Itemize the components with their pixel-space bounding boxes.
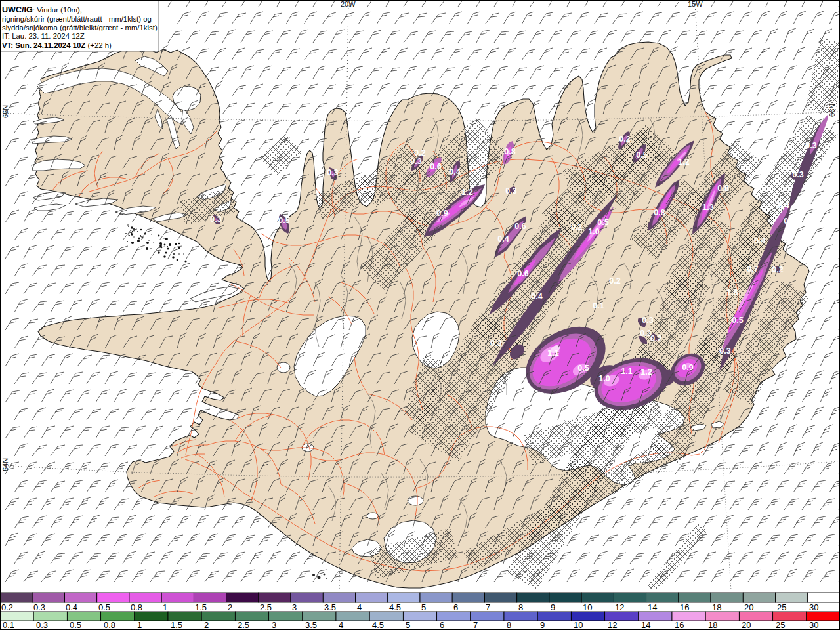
svg-text:3.5: 3.5 xyxy=(305,620,317,630)
svg-text:1.5: 1.5 xyxy=(171,620,182,630)
svg-text:1.2: 1.2 xyxy=(461,188,472,197)
svg-text:0.3: 0.3 xyxy=(505,186,516,196)
svg-text:6: 6 xyxy=(440,620,444,630)
svg-text:1.1: 1.1 xyxy=(547,348,558,358)
svg-text:0.1: 0.1 xyxy=(3,620,14,630)
svg-text:25: 25 xyxy=(776,620,785,630)
svg-text:5: 5 xyxy=(406,620,410,630)
svg-text:14: 14 xyxy=(648,602,657,612)
svg-text:0.8: 0.8 xyxy=(131,602,142,612)
svg-text:20: 20 xyxy=(742,620,751,630)
svg-text:18: 18 xyxy=(708,620,717,630)
svg-text:1.2: 1.2 xyxy=(640,368,652,377)
svg-text:0.4: 0.4 xyxy=(449,167,460,177)
svg-text:0.9: 0.9 xyxy=(436,209,448,218)
svg-text:0.5: 0.5 xyxy=(636,150,647,159)
svg-text:0.2: 0.2 xyxy=(609,276,620,285)
svg-text:1.3: 1.3 xyxy=(702,203,713,212)
svg-text:16: 16 xyxy=(675,620,684,630)
svg-text:12: 12 xyxy=(615,602,624,612)
svg-text:0.3: 0.3 xyxy=(719,346,730,356)
svg-text:2.5: 2.5 xyxy=(238,620,249,630)
svg-text:0.4: 0.4 xyxy=(778,201,789,210)
svg-text:0.8: 0.8 xyxy=(504,147,515,156)
svg-text:1.6: 1.6 xyxy=(726,288,738,297)
svg-text:rigning/skúrir (grænt/blátt/ra: rigning/skúrir (grænt/blátt/rautt - mm/1… xyxy=(2,15,152,23)
svg-text:66N: 66N xyxy=(1,105,9,118)
svg-text:0.9: 0.9 xyxy=(682,363,693,372)
svg-text:0.5: 0.5 xyxy=(278,216,289,225)
svg-text:10: 10 xyxy=(583,602,592,612)
svg-text:18: 18 xyxy=(712,602,721,612)
svg-text:20W: 20W xyxy=(341,0,356,8)
svg-text:1: 1 xyxy=(137,620,142,630)
svg-text:0.3: 0.3 xyxy=(490,339,501,348)
svg-text:5: 5 xyxy=(421,602,426,612)
svg-text:25: 25 xyxy=(777,602,786,612)
svg-text:0.4: 0.4 xyxy=(754,236,765,245)
svg-text:3.5: 3.5 xyxy=(324,602,336,612)
svg-text:UWC/IG: Vindur (10m),: UWC/IG: Vindur (10m), xyxy=(2,5,82,14)
svg-text:4.5: 4.5 xyxy=(389,602,401,612)
svg-text:1.0: 1.0 xyxy=(588,227,599,236)
svg-text:0.3: 0.3 xyxy=(640,329,651,338)
svg-text:0.7: 0.7 xyxy=(747,264,758,274)
svg-text:0.6: 0.6 xyxy=(430,162,441,171)
svg-text:2: 2 xyxy=(204,620,209,630)
svg-text:1.2: 1.2 xyxy=(678,158,689,167)
svg-text:0.3: 0.3 xyxy=(36,620,48,630)
svg-text:10: 10 xyxy=(574,620,583,630)
svg-text:7: 7 xyxy=(473,620,478,630)
svg-text:0.3: 0.3 xyxy=(210,215,221,224)
svg-text:0.4: 0.4 xyxy=(784,217,795,226)
svg-text:4: 4 xyxy=(357,602,362,612)
svg-text:2: 2 xyxy=(228,602,232,612)
svg-text:30: 30 xyxy=(809,620,818,630)
svg-text:9: 9 xyxy=(551,602,555,612)
svg-text:0.6: 0.6 xyxy=(517,269,528,278)
svg-text:0.3: 0.3 xyxy=(327,168,338,177)
svg-text:0.2: 0.2 xyxy=(571,222,582,232)
svg-text:12: 12 xyxy=(608,620,617,630)
svg-text:0.2: 0.2 xyxy=(619,135,630,144)
svg-text:30: 30 xyxy=(809,602,818,612)
svg-text:6: 6 xyxy=(453,602,458,612)
svg-text:0.8: 0.8 xyxy=(717,184,728,193)
svg-text:0.6: 0.6 xyxy=(514,222,526,231)
svg-text:0.4: 0.4 xyxy=(66,602,77,612)
svg-text:1: 1 xyxy=(163,602,167,612)
svg-text:8: 8 xyxy=(518,602,523,612)
svg-text:0.2: 0.2 xyxy=(1,602,13,612)
svg-text:0.5: 0.5 xyxy=(70,620,81,630)
svg-text:4: 4 xyxy=(339,620,343,630)
svg-text:0.5: 0.5 xyxy=(578,364,589,373)
svg-text:0.5: 0.5 xyxy=(597,218,608,227)
svg-text:0.5: 0.5 xyxy=(732,316,743,325)
svg-text:7: 7 xyxy=(486,602,490,612)
svg-text:2.5: 2.5 xyxy=(260,602,272,612)
svg-text:0.5: 0.5 xyxy=(98,602,110,612)
svg-text:VT: Sun. 24.11.2024 10Z (+22 h: VT: Sun. 24.11.2024 10Z (+22 h) xyxy=(2,41,112,49)
svg-text:9: 9 xyxy=(540,620,545,630)
svg-text:0.4: 0.4 xyxy=(531,292,542,301)
svg-text:20: 20 xyxy=(744,602,753,612)
svg-text:slydda/snjókoma (grátt/bleikt/: slydda/snjókoma (grátt/bleikt/grænt - mm… xyxy=(2,24,158,32)
svg-text:1.1: 1.1 xyxy=(621,367,632,376)
svg-text:0.3: 0.3 xyxy=(33,602,45,612)
svg-text:0.2: 0.2 xyxy=(650,334,662,343)
svg-text:4.5: 4.5 xyxy=(372,620,384,630)
svg-text:8: 8 xyxy=(507,620,511,630)
svg-text:0.3: 0.3 xyxy=(642,316,653,325)
svg-text:0.8: 0.8 xyxy=(654,208,665,217)
svg-text:0.1: 0.1 xyxy=(593,301,604,310)
svg-text:0.2: 0.2 xyxy=(772,265,783,274)
svg-text:0.3: 0.3 xyxy=(805,141,816,150)
svg-text:14: 14 xyxy=(641,620,650,630)
svg-text:3: 3 xyxy=(292,602,297,612)
svg-text:16: 16 xyxy=(680,602,689,612)
svg-text:0.4: 0.4 xyxy=(497,234,509,243)
svg-text:0.3: 0.3 xyxy=(410,157,421,166)
svg-text:0.3: 0.3 xyxy=(792,170,803,179)
svg-text:0.8: 0.8 xyxy=(104,620,116,630)
svg-text:3: 3 xyxy=(272,620,276,630)
